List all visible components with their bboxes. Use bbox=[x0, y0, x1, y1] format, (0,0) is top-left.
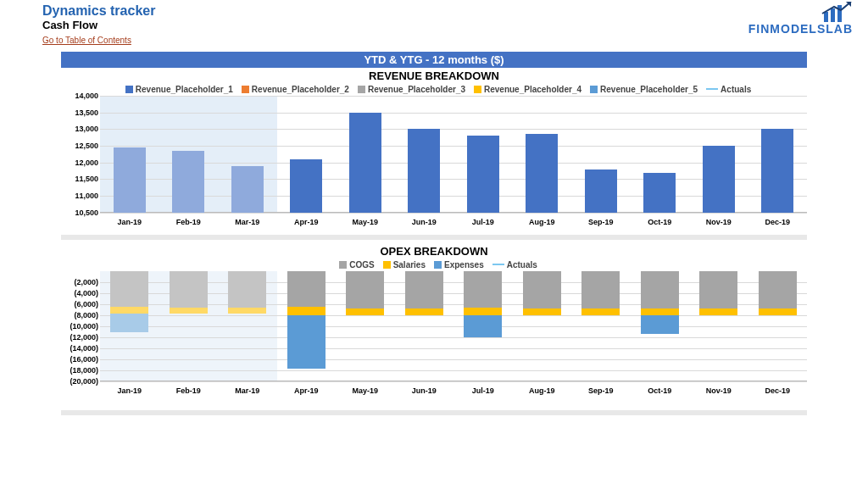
revenue-chart: Revenue_Placeholder_1Revenue_Placeholder… bbox=[61, 84, 807, 231]
sub-title: Cash Flow bbox=[42, 19, 868, 31]
x-axis-labels: Jan-19Feb-19Mar-19Apr-19May-19Jun-19Jul-… bbox=[100, 383, 807, 407]
x-tick-label: May-19 bbox=[352, 386, 378, 395]
revenue-bar bbox=[761, 129, 793, 213]
opex-segment-salaries bbox=[464, 308, 502, 314]
svg-rect-2 bbox=[837, 5, 842, 22]
x-tick-label: Jun-19 bbox=[412, 386, 437, 395]
y-tick-label: (12,000) bbox=[61, 333, 98, 342]
x-tick-label: Oct-19 bbox=[648, 218, 671, 226]
opex-segment-expenses bbox=[110, 314, 148, 332]
x-tick-label: Sep-19 bbox=[588, 218, 614, 226]
opex-segment-cogs bbox=[170, 271, 208, 308]
y-tick-label: 11,000 bbox=[61, 192, 98, 200]
opex-segment-salaries bbox=[228, 308, 266, 314]
x-tick-label: Jan-19 bbox=[117, 218, 142, 226]
opex-segment-cogs bbox=[346, 271, 384, 308]
opex-segment-cogs bbox=[464, 271, 502, 308]
revenue-bar bbox=[467, 136, 499, 213]
opex-segment-salaries bbox=[405, 308, 443, 315]
brand-logo: FINMODELSLAB bbox=[748, 2, 853, 36]
brand-text: FINMODELSLAB bbox=[748, 22, 853, 36]
y-tick-label: (20,000) bbox=[61, 377, 98, 386]
y-tick-label: 13,000 bbox=[61, 125, 98, 133]
revenue-bar bbox=[114, 147, 146, 213]
x-tick-label: Jul-19 bbox=[472, 386, 494, 395]
svg-rect-0 bbox=[824, 12, 828, 22]
y-tick-label: 12,000 bbox=[61, 158, 98, 167]
revenue-bar bbox=[526, 134, 558, 213]
y-tick-label: (8,000) bbox=[61, 311, 98, 320]
y-tick-label: 14,000 bbox=[61, 92, 98, 100]
x-tick-label: Nov-19 bbox=[706, 218, 732, 226]
x-tick-label: Jun-19 bbox=[412, 218, 437, 226]
opex-segment-salaries bbox=[523, 308, 561, 315]
opex-segment-salaries bbox=[759, 308, 797, 315]
x-axis-labels: Jan-19Feb-19Mar-19Apr-19May-19Jun-19Jul-… bbox=[100, 214, 807, 231]
y-tick-label: 11,500 bbox=[61, 175, 98, 183]
y-tick-label: 10,500 bbox=[61, 208, 98, 217]
bars-layer bbox=[100, 96, 807, 213]
opex-segment-salaries bbox=[699, 308, 737, 315]
app-title: Dynamics tracker bbox=[42, 3, 868, 19]
chart-arrow-icon bbox=[785, 2, 853, 22]
opex-chart: COGSSalariesExpensesActuals Jan-19Feb-19… bbox=[61, 259, 807, 407]
divider bbox=[61, 410, 807, 415]
revenue-legend: Revenue_Placeholder_1Revenue_Placeholder… bbox=[61, 84, 807, 94]
revenue-bar bbox=[172, 151, 204, 213]
legend-item: Expenses bbox=[444, 260, 484, 270]
legend-item: Actuals bbox=[721, 85, 751, 94]
y-tick-label: (14,000) bbox=[61, 344, 98, 353]
opex-segment-cogs bbox=[759, 271, 797, 308]
x-tick-label: Feb-19 bbox=[176, 386, 201, 395]
y-tick-label: 13,500 bbox=[61, 108, 98, 117]
divider bbox=[61, 235, 807, 240]
legend-item: Revenue_Placeholder_4 bbox=[484, 85, 581, 94]
y-tick-label: (16,000) bbox=[61, 355, 98, 364]
revenue-bar bbox=[349, 113, 381, 213]
opex-legend: COGSSalariesExpensesActuals bbox=[61, 259, 807, 270]
opex-segment-expenses bbox=[641, 315, 679, 335]
section-band: YTD & YTG - 12 months ($) bbox=[61, 52, 807, 68]
opex-segment-cogs bbox=[699, 271, 737, 308]
opex-segment-cogs bbox=[228, 271, 266, 308]
svg-rect-1 bbox=[831, 8, 835, 22]
opex-segment-expenses bbox=[464, 315, 502, 337]
y-tick-label: (4,000) bbox=[61, 289, 98, 297]
legend-item: Salaries bbox=[393, 260, 426, 270]
bars-layer bbox=[100, 271, 807, 381]
revenue-bar bbox=[408, 129, 440, 213]
opex-segment-salaries bbox=[346, 308, 384, 315]
revenue-bar bbox=[585, 169, 617, 213]
x-tick-label: Nov-19 bbox=[706, 386, 732, 395]
x-tick-label: Aug-19 bbox=[529, 218, 555, 226]
x-tick-label: Apr-19 bbox=[294, 218, 319, 226]
y-tick-label: (2,000) bbox=[61, 278, 98, 286]
x-tick-label: Oct-19 bbox=[648, 386, 671, 395]
revenue-bar bbox=[231, 166, 264, 213]
opex-segment-salaries bbox=[581, 308, 620, 315]
revenue-bar bbox=[290, 159, 322, 213]
revenue-bar bbox=[703, 146, 735, 213]
toc-link[interactable]: Go to Table of Contents bbox=[42, 36, 131, 45]
opex-segment-cogs bbox=[110, 271, 148, 307]
opex-segment-expenses bbox=[287, 315, 326, 368]
y-tick-label: 12,500 bbox=[61, 142, 98, 150]
legend-item: Actuals bbox=[507, 260, 537, 270]
revenue-bar bbox=[643, 173, 676, 213]
x-tick-label: Mar-19 bbox=[235, 386, 259, 395]
y-tick-label: (18,000) bbox=[61, 366, 98, 375]
header: Dynamics tracker Cash Flow Go to Table o… bbox=[0, 0, 868, 47]
opex-segment-cogs bbox=[641, 271, 679, 308]
legend-item: Revenue_Placeholder_1 bbox=[136, 85, 233, 94]
revenue-title: REVENUE BREAKDOWN bbox=[0, 69, 868, 82]
opex-title: OPEX BREAKDOWN bbox=[0, 245, 868, 258]
x-tick-label: Jan-19 bbox=[117, 386, 142, 395]
x-tick-label: Feb-19 bbox=[176, 218, 201, 226]
opex-segment-cogs bbox=[581, 271, 620, 308]
x-tick-label: Dec-19 bbox=[765, 386, 790, 395]
opex-segment-cogs bbox=[523, 271, 561, 308]
x-tick-label: Sep-19 bbox=[588, 386, 614, 395]
legend-item: Revenue_Placeholder_5 bbox=[600, 85, 698, 94]
y-tick-label: (6,000) bbox=[61, 300, 98, 308]
x-tick-label: Aug-19 bbox=[529, 386, 555, 395]
